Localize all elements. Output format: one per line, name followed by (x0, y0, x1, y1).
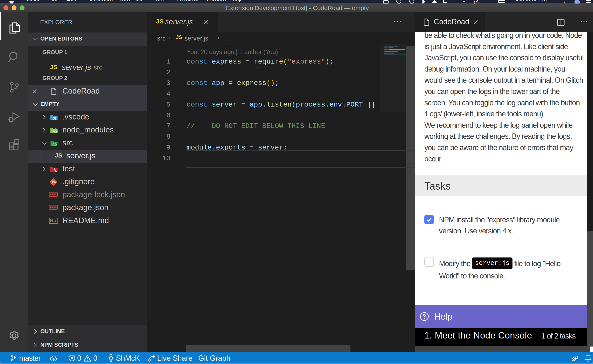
svg-text:JS: JS (54, 130, 57, 132)
